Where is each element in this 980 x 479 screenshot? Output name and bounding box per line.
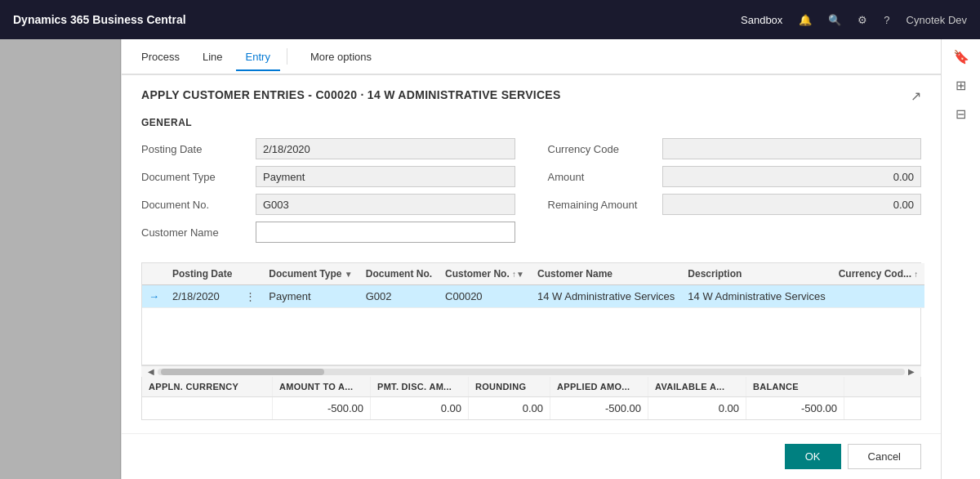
top-nav: Dynamics 365 Business Central Sandbox 🔔 … <box>0 0 980 39</box>
nav-right: Sandbox 🔔 🔍 ⚙ ? Cynotek Dev <box>741 14 967 26</box>
app-brand: Dynamics 365 Business Central <box>13 13 741 26</box>
settings-icon[interactable]: ⚙ <box>858 14 867 26</box>
help-icon[interactable]: ? <box>884 14 889 26</box>
notification-icon[interactable]: 🔔 <box>799 14 812 26</box>
env-badge: Sandbox <box>741 14 782 26</box>
search-icon[interactable]: 🔍 <box>828 14 841 26</box>
user-name: Cynotek Dev <box>906 14 967 26</box>
